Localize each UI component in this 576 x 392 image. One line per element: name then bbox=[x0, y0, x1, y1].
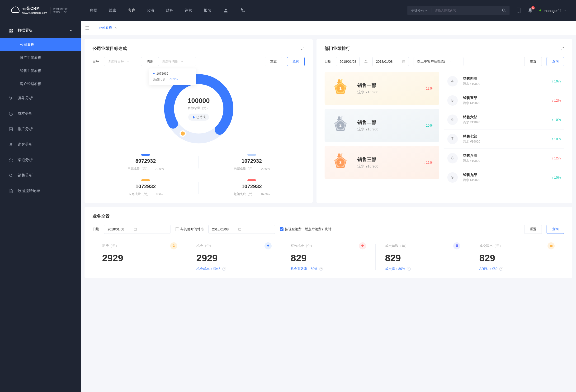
status-dot-icon bbox=[539, 9, 541, 11]
svg-rect-21 bbox=[134, 228, 137, 230]
rank-row: 5销售五部流水 ¥19020↓ 12% bbox=[444, 91, 564, 110]
sidebar-item[interactable]: 数据流转记录 bbox=[0, 183, 81, 199]
rank-row: 4销售四部流水 ¥19020↑ 10% bbox=[444, 72, 564, 91]
svg-rect-4 bbox=[9, 29, 10, 30]
content-area: 公司看板✕ 公司业绩目标达成 目标 请选择目标 周期 请选择周期 重置 查询 bbox=[81, 21, 576, 392]
calendar-icon bbox=[134, 228, 137, 231]
chart-tooltip: 1072932 所占比例:70.9% bbox=[149, 68, 196, 85]
search-input[interactable] bbox=[432, 9, 499, 12]
groupby-select[interactable]: 按工单客户经理统计 bbox=[414, 57, 463, 66]
date-from-input[interactable]: 2018/01/08 bbox=[336, 57, 360, 66]
expand-button[interactable] bbox=[560, 47, 564, 50]
topnav-item[interactable]: 客户 bbox=[128, 8, 135, 13]
query-button[interactable]: 查询 bbox=[547, 225, 564, 234]
user-menu[interactable]: manager11 bbox=[539, 8, 567, 13]
podium-item: 2销售二部流水 ¥10,900↑ 10% bbox=[325, 109, 439, 142]
topnav-item[interactable]: 数据 bbox=[90, 8, 97, 13]
tabbar: 公司看板✕ bbox=[81, 21, 576, 35]
help-icon[interactable]: ? bbox=[499, 267, 503, 271]
rank-row: 9销售九部流水 ¥19020↑ 10% bbox=[444, 168, 564, 187]
sidebar-item[interactable]: 成本分析 bbox=[0, 106, 81, 121]
sidebar-group-dashboard[interactable]: 数据看板 bbox=[0, 23, 81, 38]
expand-button[interactable] bbox=[301, 47, 305, 50]
medal-icon: 1 bbox=[330, 78, 351, 99]
metric-icon bbox=[170, 242, 177, 249]
close-icon[interactable]: ✕ bbox=[115, 26, 117, 30]
chevron-down-icon bbox=[449, 61, 452, 62]
bycash-checkbox[interactable]: 按现金消费（返点后消费）统计 bbox=[280, 227, 331, 231]
period-label: 周期 bbox=[147, 60, 153, 64]
stat-cell: 1072932超额完成（元）89.9% bbox=[199, 179, 305, 196]
topnav-item[interactable]: 财务 bbox=[166, 8, 173, 13]
search-icon bbox=[502, 8, 506, 13]
podium-item: 1销售一部流水 ¥10,900↓ 12% bbox=[325, 72, 439, 105]
topnav-item[interactable]: 运营 bbox=[185, 8, 192, 13]
search-group: 手机号码 bbox=[407, 6, 510, 15]
svg-rect-22 bbox=[239, 228, 241, 230]
sidebar-item[interactable]: 推广主管看板 bbox=[0, 51, 81, 64]
reset-button[interactable]: 重置 bbox=[524, 225, 542, 234]
dashboard-icon bbox=[8, 28, 13, 33]
sidebar-item[interactable]: 销售分析 bbox=[0, 168, 81, 183]
collapse-sidebar-button[interactable] bbox=[86, 26, 89, 30]
sidebar-item[interactable]: 访客分析 bbox=[0, 137, 81, 152]
reset-button[interactable]: 重置 bbox=[265, 57, 282, 66]
svg-point-3 bbox=[518, 12, 519, 12]
sidebar-icon bbox=[8, 158, 13, 162]
chevron-down-icon bbox=[564, 10, 567, 11]
query-button[interactable]: 查询 bbox=[287, 57, 305, 66]
pano-metric: 消费（元）2929 bbox=[93, 242, 187, 271]
stat-cell: 1072932未完成量（元）20.9% bbox=[199, 154, 305, 171]
card-dept-ranking: 部门业绩排行 日期 2018/01/08 至 2018/01/08 按工单客户经… bbox=[317, 39, 572, 203]
period-select[interactable]: 请选择周期 bbox=[158, 57, 196, 66]
pano-metric: 成交流水（元）829ARPU：¥80? bbox=[470, 242, 564, 271]
sidebar-icon bbox=[8, 173, 13, 178]
medal-icon: 2 bbox=[330, 115, 351, 136]
pano-metric: 有效机会（个）829机会有效率：80%? bbox=[281, 242, 375, 271]
rank-row: 7销售七部流水 ¥19020↑ 10% bbox=[444, 129, 564, 149]
user-icon[interactable] bbox=[223, 8, 229, 13]
svg-rect-11 bbox=[403, 60, 405, 63]
tab-company-dashboard[interactable]: 公司看板✕ bbox=[94, 23, 121, 33]
svg-rect-6 bbox=[9, 31, 10, 32]
date2-input[interactable]: 2018/01/08 bbox=[208, 225, 275, 234]
rank-row: 6销售六部流水 ¥19020↑ 10% bbox=[444, 110, 564, 129]
compare-checkbox[interactable]: 与其他时间对比 bbox=[175, 227, 204, 231]
svg-point-1 bbox=[502, 9, 505, 11]
bell-icon[interactable]: 5 bbox=[528, 8, 533, 13]
search-type-select[interactable]: 手机号码 bbox=[407, 8, 432, 13]
logo[interactable]: 云朵CRMwww.yunduocrm.com 教育机构一站式服务云平台 bbox=[9, 6, 67, 14]
notify-badge: 5 bbox=[531, 6, 535, 10]
sidebar-item[interactable]: 推广分析 bbox=[0, 121, 81, 137]
svg-text:2: 2 bbox=[340, 123, 342, 128]
sidebar-item[interactable]: 客户经理看板 bbox=[0, 77, 81, 90]
sidebar-item[interactable]: 渠道分析 bbox=[0, 152, 81, 168]
podium-item: 3销售三部流水 ¥10,900↓ 12% bbox=[325, 146, 439, 179]
chevron-down-icon bbox=[127, 61, 129, 62]
reset-button[interactable]: 重置 bbox=[524, 57, 542, 66]
target-label: 目标 bbox=[93, 60, 99, 64]
sidebar-item[interactable]: 销售主管看板 bbox=[0, 64, 81, 77]
sidebar-icon bbox=[8, 142, 13, 147]
help-icon[interactable]: ? bbox=[319, 267, 323, 271]
target-select[interactable]: 请选择目标 bbox=[104, 57, 142, 66]
sidebar-item[interactable]: 公司看板 bbox=[0, 38, 81, 51]
pano-metric: 机会（个）2929机会成本：¥948? bbox=[187, 242, 281, 271]
card-title: 业务全景 bbox=[93, 213, 564, 219]
help-icon[interactable]: ? bbox=[222, 267, 226, 271]
calendar-icon bbox=[402, 60, 405, 63]
date-input[interactable]: 2018/01/08 bbox=[104, 225, 171, 234]
calendar-icon bbox=[238, 228, 241, 231]
topnav-item[interactable]: 线索 bbox=[109, 8, 116, 13]
date-to-input[interactable]: 2018/01/08 bbox=[372, 57, 409, 66]
sidebar-item[interactable]: 漏斗分析 bbox=[0, 90, 81, 106]
topnav-item[interactable]: 公海 bbox=[147, 8, 154, 13]
query-button[interactable]: 查询 bbox=[547, 57, 564, 66]
search-button[interactable] bbox=[499, 8, 510, 13]
help-icon[interactable]: ? bbox=[407, 267, 411, 271]
logo-text: 云朵CRM bbox=[22, 6, 47, 11]
thumb-icon bbox=[192, 116, 195, 119]
topnav-item[interactable]: 报名 bbox=[204, 8, 211, 13]
mobile-icon[interactable] bbox=[516, 8, 521, 13]
phone-icon[interactable] bbox=[240, 8, 246, 13]
